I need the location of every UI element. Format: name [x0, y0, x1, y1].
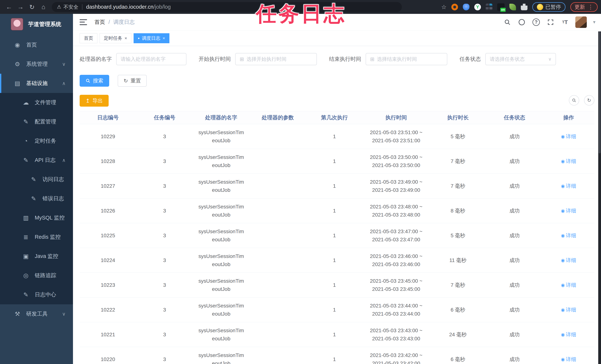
- detail-link[interactable]: ◉ 详细: [561, 281, 576, 289]
- filter-field[interactable]: ⊞: [366, 53, 447, 65]
- filter-input[interactable]: [121, 56, 182, 62]
- sidebar-menu-item[interactable]: ◎ 链路追踪: [0, 266, 73, 285]
- help-icon[interactable]: ?: [532, 18, 540, 26]
- sidebar-menu-item[interactable]: ▥ MySQL 监控: [0, 208, 73, 227]
- sidebar-menu-item[interactable]: ⚙ 系统管理 ∨: [0, 54, 73, 74]
- sidebar-item-label: 基础设施: [26, 80, 48, 87]
- extension-y-icon[interactable]: Y: [474, 4, 481, 10]
- status-cell: 成功: [486, 306, 543, 314]
- search-actions-row: 搜索 ↻ 重置: [80, 75, 594, 87]
- filter-field[interactable]: ⊞: [235, 53, 317, 65]
- filter-input[interactable]: [490, 56, 548, 62]
- browser-update-button[interactable]: 更新 ⋮: [570, 2, 598, 12]
- log-id-cell: 10228: [80, 157, 136, 165]
- sidebar-menu-item[interactable]: ✎ API 日志 ∧: [0, 151, 73, 170]
- sidebar-menu-item[interactable]: ▤ 基础设施 ∧: [0, 74, 73, 93]
- infrastructure-icon: ▤: [13, 80, 21, 87]
- detail-link[interactable]: ◉ 详细: [561, 232, 576, 240]
- sidebar-menu-item[interactable]: ✎ 日志中心: [0, 285, 73, 304]
- font-size-icon[interactable]: TT: [561, 18, 569, 26]
- sidebar-item-label: 配置管理: [35, 118, 56, 125]
- extension-grid-icon[interactable]: [486, 4, 492, 10]
- address-bar[interactable]: ⚠ 不安全 dashboard.yudao.iocoder.cn /job/lo…: [52, 2, 402, 12]
- detail-link[interactable]: ◉ 详细: [561, 355, 576, 363]
- java-monitor-icon: ▣: [22, 253, 30, 260]
- extensions-puzzle-icon[interactable]: [521, 4, 528, 10]
- tab-label: 调度日志: [142, 35, 160, 41]
- sidebar-menu-item[interactable]: ✎ 访问日志: [0, 170, 73, 189]
- detail-link[interactable]: ◉ 详细: [561, 182, 576, 190]
- sidebar-menu-item[interactable]: ✎ 错误日志: [0, 189, 73, 208]
- home-icon[interactable]: ⌂: [38, 3, 49, 10]
- column-header: 处理器的参数: [250, 114, 306, 121]
- search-button[interactable]: 搜索: [80, 75, 109, 87]
- filter-input[interactable]: [246, 56, 312, 62]
- detail-link[interactable]: ◉ 详细: [561, 157, 576, 165]
- exec-time-cell: 2021-05-03 23:49:00 ~ 2021-05-03 23:49:0…: [363, 178, 430, 194]
- reset-button[interactable]: ↻ 重置: [118, 75, 147, 87]
- config-edit-icon: ✎: [22, 118, 30, 125]
- sidebar-menu-item[interactable]: ≣ Redis 监控: [0, 227, 73, 247]
- filter-field[interactable]: ∨: [485, 53, 556, 65]
- sidebar-logo-row[interactable]: 芋道管理系统: [0, 14, 73, 34]
- sidebar-menu-item[interactable]: ✎ 配置管理: [0, 112, 73, 131]
- retry-count-cell: 1: [306, 256, 363, 264]
- tab-close-icon[interactable]: ×: [125, 36, 127, 41]
- avatar-caret-icon[interactable]: ▾: [593, 19, 595, 25]
- sidebar-menu-item[interactable]: ◉ 首页: [0, 35, 73, 54]
- view-tab[interactable]: ● 调度日志 ×: [134, 33, 170, 43]
- bookmark-star-icon[interactable]: ☆: [441, 3, 447, 10]
- sidebar-menu-item[interactable]: ◔ 定时任务: [0, 131, 73, 151]
- chevron-icon: ∧: [62, 81, 66, 86]
- browser-scrollbar[interactable]: [598, 31, 601, 364]
- detail-link[interactable]: ◉ 详细: [561, 207, 576, 215]
- breadcrumb: 首页 / 调度日志: [94, 19, 135, 26]
- refresh-table-icon[interactable]: ↻: [584, 95, 594, 105]
- tab-label: 首页: [84, 35, 93, 41]
- sidebar-menu-item[interactable]: ▣ Java 监控: [0, 247, 73, 266]
- tab-label: 定时任务: [104, 35, 122, 41]
- detail-link[interactable]: ◉ 详细: [561, 331, 576, 338]
- duration-cell: 6 毫秒: [430, 306, 486, 314]
- toggle-search-icon[interactable]: [569, 95, 579, 105]
- filter-input[interactable]: [377, 56, 443, 62]
- retry-count-cell: 1: [306, 157, 363, 165]
- search-icon[interactable]: [503, 18, 511, 26]
- extension-blue-icon[interactable]: [463, 4, 470, 10]
- user-avatar[interactable]: [575, 16, 587, 28]
- view-tab[interactable]: 首页: [80, 33, 97, 43]
- table-row: 10225 3 sysUserSessionTim eoutJob 1 2021…: [80, 223, 594, 248]
- exec-time-cell: 2021-05-03 23:47:00 ~ 2021-05-03 23:47:0…: [363, 227, 430, 243]
- eye-icon: ◉: [561, 182, 565, 189]
- extension-leaf-icon[interactable]: [509, 4, 516, 10]
- breadcrumb-home[interactable]: 首页: [94, 19, 105, 26]
- filter-label: 处理器的名字: [80, 55, 112, 63]
- extension-on-badge-icon[interactable]: [497, 3, 505, 11]
- github-icon[interactable]: [518, 18, 526, 26]
- exec-time-cell: 2021-05-03 23:43:00 ~ 2021-05-03 23:43:0…: [363, 326, 430, 343]
- sidebar-menu-item[interactable]: ☁ 文件管理: [0, 93, 73, 112]
- export-button[interactable]: ↥ 导出: [80, 95, 109, 107]
- detail-link[interactable]: ◉ 详细: [561, 256, 576, 264]
- extension-orange-icon[interactable]: [451, 4, 458, 10]
- fullscreen-icon[interactable]: [547, 18, 555, 26]
- detail-link[interactable]: ◉ 详细: [561, 306, 576, 314]
- hamburger-icon[interactable]: [80, 19, 87, 25]
- export-icon: ↥: [86, 98, 90, 104]
- sidebar-item-label: Java 监控: [35, 253, 58, 260]
- retry-count-cell: 1: [306, 331, 363, 338]
- view-tab[interactable]: 定时任务 ×: [100, 33, 131, 43]
- back-icon[interactable]: ←: [3, 3, 15, 10]
- status-cell: 成功: [486, 331, 543, 338]
- actions-cell: ◉ 详细: [543, 306, 594, 314]
- forward-icon[interactable]: →: [15, 3, 26, 10]
- tab-close-icon[interactable]: ×: [163, 36, 165, 41]
- reload-icon[interactable]: ↻: [26, 3, 38, 11]
- detail-link[interactable]: ◉ 详细: [561, 132, 576, 141]
- scrollbar-thumb[interactable]: [599, 31, 601, 153]
- sidebar-menu-item[interactable]: ⚒ 研发工具 ∨: [0, 304, 73, 324]
- sidebar-item-label: 研发工具: [26, 310, 48, 318]
- profile-paused-pill[interactable]: 已暂停: [532, 2, 566, 12]
- browser-menu-icon[interactable]: ⋮: [588, 4, 593, 10]
- filter-field[interactable]: [116, 53, 186, 65]
